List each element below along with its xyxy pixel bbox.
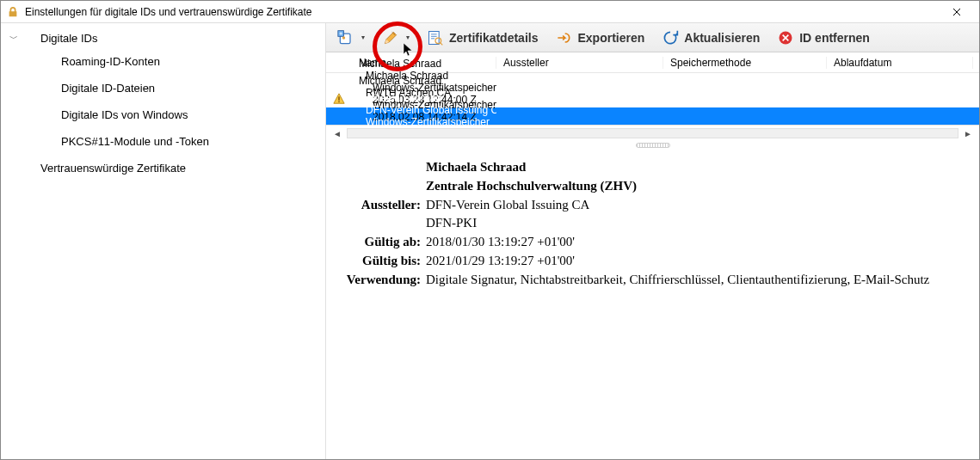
- cert-grid: Name Aussteller Speichermethode Ablaufda…: [326, 52, 979, 126]
- tree-root-digital-ids[interactable]: ﹀ Digitale IDs: [1, 28, 325, 48]
- scroll-left-icon[interactable]: ◄: [331, 127, 343, 139]
- horizontal-scrollbar[interactable]: ◄ ►: [326, 126, 979, 141]
- detail-org: Zentrale Hochschulverwaltung (ZHV): [426, 177, 637, 196]
- chevron-down-icon: ▾: [406, 34, 410, 41]
- scroll-track[interactable]: [347, 128, 958, 138]
- window-title: Einstellungen für digitale IDs und vertr…: [25, 6, 940, 18]
- splitter[interactable]: [326, 141, 979, 150]
- col-storage[interactable]: Speichermethode: [663, 57, 827, 69]
- detail-usage: Digitale Signatur, Nichtabstreitbarkeit,…: [426, 271, 929, 290]
- refresh-button[interactable]: Aktualisieren: [654, 26, 767, 50]
- svg-point-2: [342, 36, 345, 39]
- scroll-right-icon[interactable]: ►: [962, 127, 974, 139]
- tree-root-label: Digitale IDs: [40, 32, 97, 45]
- col-issuer[interactable]: Aussteller: [496, 57, 663, 69]
- svg-rect-6: [338, 96, 339, 100]
- chevron-down-icon: ﹀: [9, 33, 20, 45]
- detail-name: Michaela Schraad: [426, 158, 526, 177]
- table-row[interactable]: Michaela Schraad DFN-Verein Global Issui…: [326, 107, 979, 125]
- main-panel: ▾ ▾ Zertifikatdetails Exportieren Aktual…: [326, 23, 979, 459]
- tree-item-windows-ids[interactable]: Digitale IDs von Windows: [1, 101, 325, 128]
- detail-validfrom-label: Gültig ab:: [343, 233, 426, 252]
- warning-icon: [326, 93, 352, 105]
- detail-validto: 2021/01/29 13:19:27 +01'00': [426, 252, 575, 271]
- cert-details-button[interactable]: Zertifikatdetails: [419, 26, 545, 50]
- export-button[interactable]: Exportieren: [547, 26, 652, 50]
- sidebar: ﹀ Digitale IDs Roaming-ID-Konten Digital…: [1, 23, 326, 459]
- detail-usage-label: Verwendung:: [343, 271, 426, 290]
- edit-button[interactable]: ▾: [374, 26, 417, 50]
- refresh-label: Aktualisieren: [684, 31, 760, 45]
- titlebar: Einstellungen für digitale IDs und vertr…: [1, 1, 979, 23]
- col-expiry[interactable]: Ablaufdatum: [827, 57, 973, 69]
- close-button[interactable]: [940, 1, 974, 22]
- export-label: Exportieren: [577, 31, 644, 45]
- remove-id-label: ID entfernen: [799, 31, 870, 45]
- tree-root-trusted-certs[interactable]: Vertrauenswürdige Zertifikate: [1, 155, 325, 181]
- chevron-down-icon: ▾: [361, 34, 365, 41]
- tree-item-pkcs11[interactable]: PKCS#11-Module und -Token: [1, 128, 325, 155]
- cert-details-panel: Michaela Schraad Zentrale Hochschulverwa…: [326, 150, 979, 297]
- tree-item-roaming[interactable]: Roaming-ID-Konten: [1, 48, 325, 75]
- toolbar: ▾ ▾ Zertifikatdetails Exportieren Aktual…: [326, 23, 979, 52]
- cell-issuer: DFN-Verein Global Issuing CA: [359, 104, 496, 116]
- splitter-grip-icon[interactable]: [636, 143, 670, 148]
- lock-icon: [6, 5, 20, 19]
- detail-issuer-label: Aussteller:: [343, 196, 426, 215]
- tree-item-id-files[interactable]: Digitale ID-Dateien: [1, 75, 325, 101]
- detail-validto-label: Gültig bis:: [343, 252, 426, 271]
- remove-id-button[interactable]: ID entfernen: [769, 26, 878, 50]
- detail-validfrom: 2018/01/30 13:19:27 +01'00': [426, 233, 575, 252]
- detail-issuer2: DFN-PKI: [426, 214, 477, 233]
- detail-issuer1: DFN-Verein Global Issuing CA: [426, 196, 589, 215]
- add-id-button[interactable]: ▾: [330, 26, 373, 50]
- cert-details-label: Zertifikatdetails: [449, 31, 538, 45]
- svg-rect-7: [338, 101, 339, 102]
